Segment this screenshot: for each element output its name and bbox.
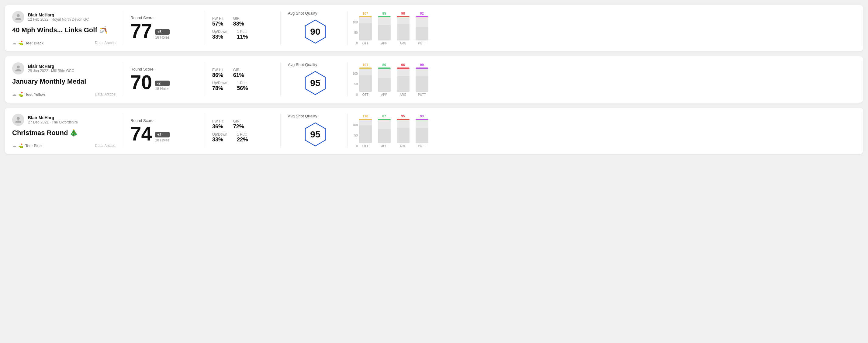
bar-group-putt: 99 PUTT: [415, 63, 428, 96]
tee-label-round2: Tee: Yellow: [25, 92, 45, 97]
divider4-round3: [347, 114, 348, 148]
weather-icon-round2: ☁: [12, 92, 17, 97]
stat-row-bottom-round3: Up/Down 33% 1 Putt 22%: [212, 132, 273, 143]
oneputt-label-round3: 1 Putt: [237, 132, 248, 136]
bar-bg-arg: [397, 16, 409, 40]
score-number-round3: 74: [130, 124, 152, 144]
gir-label-round2: GIR: [233, 68, 244, 72]
card-stats-round2: FW Hit 86% GIR 61% Up/Down 78% 1 Putt: [212, 62, 273, 97]
bar-label-putt: PUTT: [418, 42, 426, 45]
score-badge-round3: +2: [155, 132, 169, 137]
score-number-round1: 77: [130, 21, 152, 41]
round-card-round1: Blair McHarg 12 Feb 2022 · Royal North D…: [5, 5, 863, 52]
bag-icon-round2: ⛳: [18, 92, 23, 97]
oneputt-stat-round1: 1 Putt 11%: [237, 30, 248, 40]
card-chart-round3: 100 50 0 110 OTT 87 APP: [353, 114, 856, 148]
bar-line-ott: [359, 67, 372, 69]
user-date-round1: 12 Feb 2022 · Royal North Devon GC: [28, 17, 89, 22]
bar-fill-arg: [397, 24, 409, 40]
card-left-round3: Blair McHarg 27 Dec 2021 · The Oxfordshi…: [12, 114, 116, 148]
y-tick-100-round2: 100: [353, 72, 358, 75]
updown-label-round1: Up/Down: [212, 30, 227, 34]
round-score-label-round2: Round Score: [130, 67, 197, 71]
y-tick-0-round1: 0: [356, 42, 358, 45]
tee-label-round3: Tee: Blue: [25, 144, 42, 148]
bar-label-arg: ARG: [400, 93, 406, 96]
bar-group-ott: 101 OTT: [359, 63, 372, 96]
bar-label-ott: OTT: [363, 145, 369, 148]
score-row-round1: 77 +5 18 Holes: [130, 21, 197, 41]
fw-hit-label-round2: FW Hit: [212, 68, 223, 72]
y-tick-0-round2: 0: [356, 93, 358, 96]
quality-score-round3: 95: [310, 129, 320, 139]
bar-label-app: APP: [381, 145, 388, 148]
stat-row-bottom-round2: Up/Down 78% 1 Putt 56%: [212, 81, 273, 92]
quality-score-round1: 90: [310, 27, 320, 37]
card-score-round3: Round Score 74 +2 18 Holes: [130, 114, 197, 148]
round-score-label-round1: Round Score: [130, 15, 197, 20]
user-row-round2: Blair McHarg 29 Jan 2022 · Mill Ride GCC: [12, 62, 116, 74]
bar-fill-putt: [415, 128, 428, 143]
updown-label-round2: Up/Down: [212, 81, 227, 85]
user-info-round3: Blair McHarg 27 Dec 2021 · The Oxfordshi…: [28, 115, 78, 124]
bar-label-arg: ARG: [400, 145, 406, 148]
chart-area-round2: 100 50 0 101 OTT 86 APP: [353, 63, 856, 96]
gir-stat-round2: GIR 61%: [233, 68, 244, 79]
y-axis-round2: 100 50 0: [353, 72, 359, 96]
score-badge-area-round3: +2 18 Holes: [155, 132, 169, 144]
bar-value-arg: 98: [401, 11, 405, 15]
divider3-round1: [280, 11, 281, 45]
bars-container-round3: 110 OTT 87 APP 95 ARG 93: [359, 114, 428, 148]
bag-icon-round3: ⛳: [18, 143, 23, 148]
bar-line-putt: [415, 16, 428, 17]
score-badge-area-round2: -2 18 Holes: [155, 81, 169, 92]
card-footer-round1: ☁ ⛳ Tee: Black Data: Arccos: [12, 40, 116, 45]
bar-fill-putt: [415, 76, 428, 92]
bar-group-arg: 96 ARG: [397, 63, 409, 96]
quality-label-round3: Avg Shot Quality: [288, 114, 317, 118]
divider2-round3: [205, 114, 205, 148]
bar-group-app: 95 APP: [378, 11, 391, 45]
round-title-round3: Christmas Round 🎄: [12, 129, 116, 137]
bar-bg-app: [378, 119, 391, 143]
y-tick-100-round1: 100: [353, 21, 358, 24]
user-row-round3: Blair McHarg 27 Dec 2021 · The Oxfordshi…: [12, 114, 116, 126]
bar-bg-ott: [359, 16, 372, 40]
bar-fill-ott: [359, 125, 372, 143]
bar-bg-putt: [415, 16, 428, 40]
divider3-round2: [280, 62, 281, 97]
oneputt-value-round1: 11%: [237, 34, 248, 40]
updown-stat-round1: Up/Down 33%: [212, 30, 227, 40]
y-tick-0-round3: 0: [356, 145, 358, 148]
round-card-round3: Blair McHarg 27 Dec 2021 · The Oxfordshi…: [5, 107, 863, 154]
oneputt-value-round2: 56%: [237, 85, 248, 92]
fw-hit-stat-round2: FW Hit 86%: [212, 68, 223, 79]
user-name-round3: Blair McHarg: [28, 115, 78, 120]
y-axis-round1: 100 50 0: [353, 21, 359, 45]
gir-value-round3: 72%: [233, 123, 244, 130]
stat-row-top-round1: FW Hit 57% GIR 83%: [212, 17, 273, 27]
bar-line-putt: [415, 67, 428, 69]
person-icon: [14, 65, 22, 72]
oneputt-stat-round2: 1 Putt 56%: [237, 81, 248, 92]
fw-hit-value-round1: 57%: [212, 21, 223, 27]
round-title-round2: January Monthly Medal: [12, 77, 116, 86]
round-score-label-round3: Round Score: [130, 118, 197, 123]
card-footer-round2: ☁ ⛳ Tee: Yellow Data: Arccos: [12, 92, 116, 97]
score-row-round2: 70 -2 18 Holes: [130, 73, 197, 92]
bar-bg-putt: [415, 67, 428, 92]
score-badge-round1: +5: [155, 29, 169, 35]
y-tick-100-round3: 100: [353, 123, 358, 127]
holes-label-round3: 18 Holes: [155, 138, 169, 142]
bar-bg-putt: [415, 119, 428, 143]
y-tick-50-round1: 50: [354, 31, 358, 34]
score-number-round2: 70: [130, 73, 152, 92]
data-source-round3: Data: Arccos: [95, 144, 116, 148]
round-card-round2: Blair McHarg 29 Jan 2022 · Mill Ride GCC…: [5, 56, 863, 103]
oneputt-label-round2: 1 Putt: [237, 81, 248, 85]
y-tick-50-round3: 50: [354, 134, 358, 137]
tee-label-round1: Tee: Black: [25, 41, 43, 45]
bar-value-putt: 93: [420, 114, 424, 118]
score-row-round3: 74 +2 18 Holes: [130, 124, 197, 144]
bar-bg-arg: [397, 119, 409, 143]
